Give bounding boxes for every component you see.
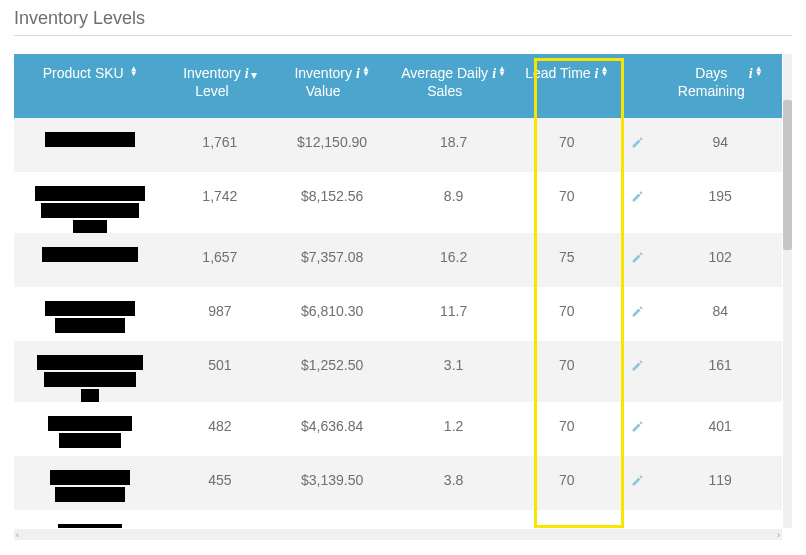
cell-sku [14, 510, 166, 528]
pencil-icon[interactable] [631, 305, 644, 321]
cell-edit [617, 118, 658, 172]
cell-level: 455 [166, 456, 273, 510]
cell-level: 501 [166, 341, 273, 402]
cell-level: 1,657 [166, 233, 273, 287]
sort-icon[interactable]: ▲▼ [362, 64, 370, 76]
cell-days: 195 [658, 172, 782, 233]
cell-ads: 1.2 [391, 402, 517, 456]
redacted-sku [59, 433, 121, 448]
column-header-edit[interactable] [617, 54, 658, 118]
redacted-sku [45, 301, 135, 316]
column-header-label: Product SKU [43, 64, 124, 82]
vertical-scrollbar-thumb[interactable] [783, 100, 792, 250]
cell-edit [617, 402, 658, 456]
inventory-table: Product SKU▲▼InventoryLeveli▾InventoryVa… [14, 54, 782, 528]
column-header-label: InventoryValue [294, 64, 352, 100]
redacted-sku [37, 355, 143, 370]
cell-days: 84 [658, 287, 782, 341]
column-header-label: Lead Time [525, 64, 590, 82]
cell-level: 1,742 [166, 172, 273, 233]
cell-sku [14, 456, 166, 510]
pencil-icon[interactable] [631, 136, 644, 152]
column-header-days[interactable]: DaysRemainingi▲▼ [658, 54, 782, 118]
cell-value: $1,252.50 [273, 341, 390, 402]
cell-days: 119 [658, 456, 782, 510]
cell-days: 94 [658, 118, 782, 172]
redacted-sku [73, 220, 107, 233]
cell-ads: 4.4 [391, 510, 517, 528]
cell-value: $7,357.08 [273, 233, 390, 287]
cell-edit [617, 510, 658, 528]
scroll-right-arrow[interactable]: › [777, 530, 780, 540]
redacted-sku [48, 416, 132, 431]
info-icon[interactable]: i [245, 65, 249, 83]
cell-days: 102 [658, 233, 782, 287]
vertical-scrollbar[interactable] [783, 54, 792, 528]
sort-icon[interactable]: ▲▼ [755, 64, 763, 76]
cell-lead: 70 [516, 172, 617, 233]
column-header-sku[interactable]: Product SKU▲▼ [14, 54, 166, 118]
cell-sku [14, 233, 166, 287]
column-header-label: Average DailySales [401, 64, 488, 100]
panel-title: Inventory Levels [14, 6, 792, 36]
column-header-lead[interactable]: Lead Timei▲▼ [516, 54, 617, 118]
sort-icon[interactable]: ▲▼ [600, 64, 608, 76]
pencil-icon[interactable] [631, 251, 644, 267]
column-header-ads[interactable]: Average DailySalesi▲▼ [391, 54, 517, 118]
chevron-down-icon[interactable]: ▾ [251, 68, 257, 84]
cell-lead: 70 [516, 456, 617, 510]
pencil-icon[interactable] [631, 474, 644, 490]
cell-sku [14, 172, 166, 233]
cell-lead: 70 [516, 341, 617, 402]
cell-lead: 75 [516, 233, 617, 287]
cell-lead: 70 [516, 510, 617, 528]
sort-icon[interactable]: ▲▼ [498, 64, 506, 76]
cell-level: 482 [166, 402, 273, 456]
table-row: 1,657$7,357.0816.275102 [14, 233, 782, 287]
cell-lead: 70 [516, 402, 617, 456]
info-icon[interactable]: i [356, 65, 360, 83]
info-icon[interactable]: i [492, 65, 496, 83]
pencil-icon[interactable] [631, 420, 644, 436]
cell-lead: 70 [516, 118, 617, 172]
inventory-table-wrap: Product SKU▲▼InventoryLeveli▾InventoryVa… [14, 54, 792, 540]
redacted-sku [41, 203, 139, 218]
redacted-sku [44, 372, 136, 387]
redacted-sku [50, 470, 130, 485]
scroll-left-arrow[interactable]: ‹ [16, 530, 19, 540]
cell-edit [617, 456, 658, 510]
column-header-level[interactable]: InventoryLeveli▾ [166, 54, 273, 118]
cell-ads: 3.1 [391, 341, 517, 402]
cell-lead: 70 [516, 287, 617, 341]
redacted-sku [58, 524, 122, 528]
table-row: 1,761$12,150.9018.77094 [14, 118, 782, 172]
cell-value: $4,636.84 [273, 402, 390, 456]
table-row: 501$1,252.503.170161 [14, 341, 782, 402]
table-row: 360$2,196.004.47081 [14, 510, 782, 528]
cell-ads: 18.7 [391, 118, 517, 172]
redacted-sku [81, 389, 99, 402]
column-header-label: InventoryLevel [183, 64, 241, 100]
cell-edit [617, 172, 658, 233]
table-row: 1,742$8,152.568.970195 [14, 172, 782, 233]
table-row: 987$6,810.3011.77084 [14, 287, 782, 341]
cell-ads: 8.9 [391, 172, 517, 233]
cell-value: $3,139.50 [273, 456, 390, 510]
cell-value: $6,810.30 [273, 287, 390, 341]
pencil-icon[interactable] [631, 190, 644, 206]
column-header-value[interactable]: InventoryValuei▲▼ [273, 54, 390, 118]
redacted-sku [45, 132, 135, 147]
column-header-label: DaysRemaining [678, 64, 745, 100]
horizontal-scrollbar[interactable]: ‹ › [14, 529, 782, 540]
cell-level: 987 [166, 287, 273, 341]
cell-ads: 11.7 [391, 287, 517, 341]
cell-value: $2,196.00 [273, 510, 390, 528]
cell-value: $8,152.56 [273, 172, 390, 233]
cell-ads: 16.2 [391, 233, 517, 287]
info-icon[interactable]: i [595, 65, 599, 83]
redacted-sku [35, 186, 145, 201]
info-icon[interactable]: i [749, 65, 753, 83]
pencil-icon[interactable] [631, 359, 644, 375]
sort-icon[interactable]: ▲▼ [130, 64, 138, 76]
cell-level: 360 [166, 510, 273, 528]
